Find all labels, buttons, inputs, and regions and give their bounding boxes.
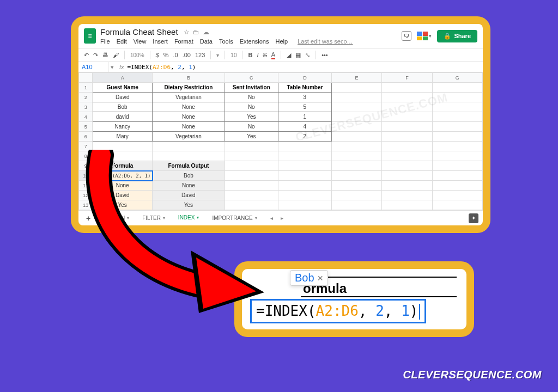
borders-icon[interactable]: ▦ bbox=[295, 52, 301, 59]
cell[interactable]: 3 bbox=[278, 93, 331, 102]
format-currency[interactable]: $ bbox=[156, 52, 159, 58]
row-header[interactable]: 6 bbox=[79, 132, 93, 142]
row-header[interactable]: 2 bbox=[79, 93, 93, 102]
menu-file[interactable]: File bbox=[100, 38, 110, 45]
cell[interactable]: No bbox=[225, 102, 278, 112]
menu-view[interactable]: View bbox=[134, 38, 147, 45]
cell[interactable]: Vegetarian bbox=[153, 132, 225, 142]
row-header[interactable]: 4 bbox=[79, 112, 93, 122]
close-icon[interactable]: × bbox=[318, 273, 324, 284]
menu-help[interactable]: Help bbox=[275, 38, 288, 45]
row-header[interactable]: 11 bbox=[79, 181, 93, 191]
active-cell-A10[interactable]: Bob× =INDEX(A2:D6, 2, 1) bbox=[93, 171, 153, 181]
cloud-icon[interactable]: ☁ bbox=[203, 28, 209, 36]
cell[interactable]: No bbox=[225, 93, 278, 102]
col-header-D[interactable]: D bbox=[278, 73, 331, 83]
cell[interactable]: David bbox=[93, 93, 153, 102]
last-edit-label[interactable]: Last edit was seco… bbox=[298, 38, 353, 45]
meet-button[interactable]: ▾ bbox=[417, 32, 432, 40]
cell[interactable]: Yes bbox=[153, 200, 225, 210]
col-header-E[interactable]: E bbox=[331, 73, 381, 83]
cell[interactable]: 5 bbox=[278, 102, 331, 112]
row-header[interactable]: 13 bbox=[79, 200, 93, 210]
tab-scroll-left-icon[interactable]: ◂ bbox=[270, 215, 273, 221]
star-icon[interactable]: ☆ bbox=[184, 28, 190, 36]
col-header-C[interactable]: C bbox=[225, 73, 278, 83]
sheet-tab-importrange[interactable]: IMPORTRANGE▾ bbox=[207, 213, 262, 223]
print-icon[interactable]: 🖶 bbox=[102, 52, 108, 58]
cell[interactable]: david bbox=[93, 112, 153, 122]
cell[interactable]: Dietary Restriction bbox=[153, 83, 225, 93]
paint-format-icon[interactable]: 🖌 bbox=[113, 52, 119, 58]
comment-history-icon[interactable]: 🗨 bbox=[402, 31, 411, 41]
spreadsheet-grid[interactable]: A B C D E F G 1 Guest Name Dietary Restr… bbox=[78, 72, 483, 210]
menu-data[interactable]: Data bbox=[200, 38, 213, 45]
col-header-B[interactable]: B bbox=[153, 73, 225, 83]
cell[interactable]: Sent Invitation bbox=[225, 83, 278, 93]
format-123[interactable]: 123 bbox=[195, 52, 205, 58]
italic-button[interactable]: I bbox=[257, 52, 258, 58]
cell[interactable]: Table Number bbox=[278, 83, 331, 93]
col-header-G[interactable]: G bbox=[432, 73, 482, 83]
cell[interactable]: Nancy bbox=[93, 122, 153, 132]
cell[interactable]: 4 bbox=[278, 122, 331, 132]
share-button[interactable]: 🔒 Share bbox=[437, 30, 477, 42]
cell[interactable]: None bbox=[153, 122, 225, 132]
redo-icon[interactable]: ↷ bbox=[93, 52, 98, 59]
cell[interactable]: Yes bbox=[225, 132, 278, 142]
row-header[interactable]: 1 bbox=[79, 83, 93, 93]
fill-color-icon[interactable]: ◢ bbox=[287, 52, 291, 59]
cell[interactable]: None bbox=[93, 181, 153, 191]
row-header[interactable]: 10 bbox=[79, 171, 93, 181]
cell[interactable]: Bob bbox=[93, 102, 153, 112]
sheet-tab-index[interactable]: INDEX▾ bbox=[173, 213, 205, 223]
tab-scroll-right-icon[interactable]: ▸ bbox=[281, 215, 283, 221]
cell[interactable]: Guest Name bbox=[93, 83, 153, 93]
formula-bar[interactable]: =INDEX( A2:D6 , 2, 1) bbox=[128, 64, 196, 71]
cell[interactable]: Bob bbox=[153, 171, 225, 181]
font-dropdown[interactable]: ▾ bbox=[216, 52, 219, 58]
dec-decimal[interactable]: .0 bbox=[173, 52, 178, 58]
toolbar-more[interactable]: ••• bbox=[322, 52, 328, 58]
zoom-dropdown[interactable]: 100% bbox=[130, 52, 144, 58]
menu-edit[interactable]: Edit bbox=[117, 38, 127, 45]
sheet-tab-join[interactable]: JOIN▾ bbox=[107, 213, 135, 223]
bold-button[interactable]: B bbox=[248, 52, 252, 58]
cell[interactable]: Yes bbox=[93, 200, 153, 210]
menu-format[interactable]: Format bbox=[174, 38, 193, 45]
cell[interactable]: Formula Output bbox=[153, 161, 225, 171]
undo-icon[interactable]: ↶ bbox=[84, 52, 89, 59]
add-sheet-button[interactable]: + bbox=[83, 214, 94, 223]
row-header[interactable]: 5 bbox=[79, 122, 93, 132]
zoom-formula-cell[interactable]: =INDEX(A2:D6, 2, 1) bbox=[252, 301, 424, 322]
cell[interactable]: Yes bbox=[225, 112, 278, 122]
col-header-A[interactable]: A bbox=[93, 73, 153, 83]
cell[interactable]: None bbox=[153, 112, 225, 122]
text-color-button[interactable]: A bbox=[271, 51, 275, 59]
cell[interactable]: Vegetarian bbox=[153, 93, 225, 102]
namebox-caret[interactable]: ▾ bbox=[108, 64, 116, 71]
menu-extensions[interactable]: Extensions bbox=[240, 38, 269, 45]
cell[interactable]: 1 bbox=[278, 112, 331, 122]
cell[interactable]: None bbox=[153, 181, 225, 191]
sheet-tab-filter[interactable]: FILTER▾ bbox=[137, 213, 171, 223]
row-header[interactable]: 7 bbox=[79, 142, 93, 151]
cell[interactable]: No bbox=[225, 122, 278, 132]
cell[interactable]: None bbox=[153, 102, 225, 112]
merge-icon[interactable]: ⤡ bbox=[305, 52, 310, 59]
all-sheets-button[interactable]: ≡ bbox=[96, 214, 105, 223]
col-header-F[interactable]: F bbox=[382, 73, 432, 83]
cell[interactable]: 2 bbox=[278, 132, 331, 142]
explore-button[interactable]: ✦ bbox=[469, 213, 478, 223]
menu-tools[interactable]: Tools bbox=[219, 38, 233, 45]
menu-insert[interactable]: Insert bbox=[153, 38, 168, 45]
row-header[interactable]: 8 bbox=[79, 151, 93, 161]
cell[interactable]: Mary bbox=[93, 132, 153, 142]
format-percent[interactable]: % bbox=[163, 52, 169, 58]
font-size[interactable]: 10 bbox=[231, 52, 236, 58]
row-header[interactable]: 12 bbox=[79, 191, 93, 200]
cell[interactable]: David bbox=[153, 191, 225, 200]
row-header[interactable]: 3 bbox=[79, 102, 93, 112]
move-icon[interactable]: 🗀 bbox=[193, 28, 199, 36]
strike-button[interactable]: S bbox=[263, 52, 266, 58]
